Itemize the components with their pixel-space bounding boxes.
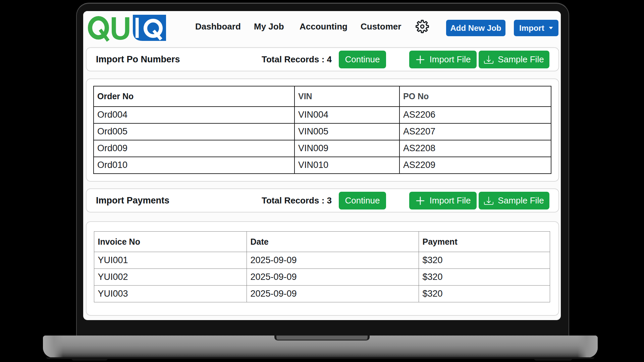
svg-text:U: U bbox=[110, 11, 131, 45]
